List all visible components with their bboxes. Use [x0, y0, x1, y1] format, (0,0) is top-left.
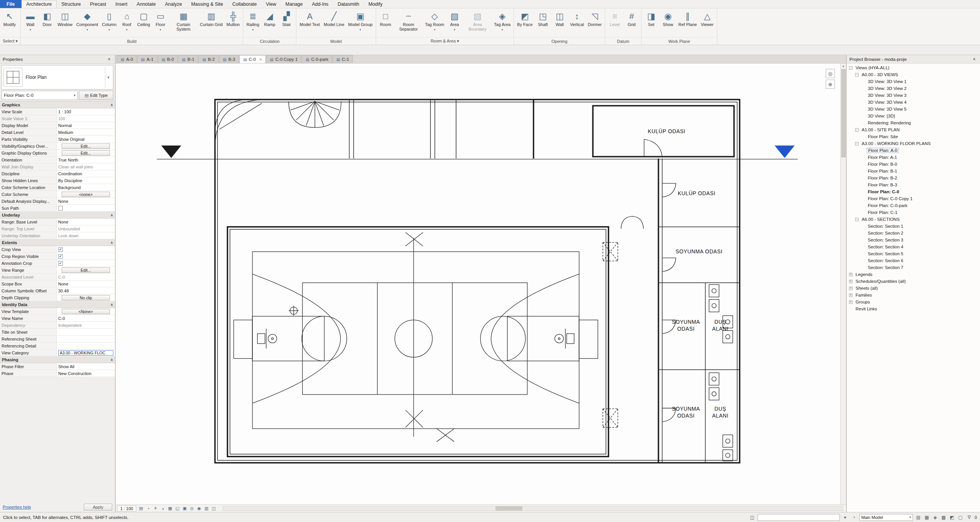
tool-door[interactable]: ◧Door — [39, 10, 55, 28]
section-marker-right[interactable] — [775, 145, 795, 158]
property-value-display-model[interactable]: Normal — [57, 122, 115, 129]
property-value-sun-path[interactable] — [57, 205, 115, 211]
tree-item-a0-00-3d-views[interactable]: -A0.00 - 3D VIEWS — [847, 71, 980, 78]
tool-model-text[interactable]: AModel Text — [298, 10, 321, 28]
crop-view-icon[interactable]: ◱ — [174, 506, 181, 512]
property-value-scale-value-1[interactable]: 100 — [57, 115, 115, 122]
expand-icon[interactable]: + — [849, 280, 852, 283]
close-icon[interactable]: × — [971, 57, 977, 62]
property-value-range-top-level[interactable]: Unbounded — [57, 225, 115, 232]
tool-column[interactable]: ▯Column▾ — [100, 10, 118, 33]
tree-item-groups[interactable]: +Groups — [847, 299, 980, 305]
property-value-discipline[interactable]: Coordination — [57, 170, 115, 177]
view-tab-c-0-copy-1[interactable]: ▤C-0 Copy 1 — [266, 55, 302, 63]
menu-tab-manage[interactable]: Manage — [281, 0, 307, 8]
property-value-range-base-level[interactable]: None — [57, 219, 115, 225]
property-value-underlay-orientation[interactable]: Look down — [57, 232, 115, 239]
apply-button[interactable]: Apply — [84, 504, 112, 511]
menu-tab-insert[interactable]: Insert — [111, 0, 132, 8]
property-value-show-hidden-lines[interactable]: By Discipline — [57, 177, 115, 184]
section-marker-left[interactable] — [161, 145, 181, 158]
property-value-color-scheme[interactable]: <none> — [57, 191, 115, 197]
tree-item-floor-plan-b-1[interactable]: Floor Plan: B-1 — [847, 168, 980, 175]
tool-curtain-grid[interactable]: ▥Curtain Grid — [198, 10, 224, 28]
panel-label-opening[interactable]: Opening — [514, 37, 605, 45]
sun-path-icon[interactable]: ☀ — [152, 506, 159, 512]
property-value-title-on-sheet[interactable] — [57, 329, 115, 335]
property-value-parts-visibility[interactable]: Show Original — [57, 136, 115, 142]
panel-label-select[interactable]: Select ▾ — [0, 37, 20, 45]
property-value-dependency[interactable]: Independent — [57, 322, 115, 328]
tree-item-floor-plan-c-1[interactable]: Floor Plan: C-1 — [847, 209, 980, 216]
toggle-imports-icon[interactable]: ▩ — [940, 514, 947, 521]
property-value-depth-clipping[interactable]: No clip — [57, 294, 115, 301]
property-value-crop-region-visible[interactable]: ✓ — [57, 253, 115, 259]
tree-item-floor-plan-c-0-copy-1[interactable]: Floor Plan: C-0 Copy 1 — [847, 195, 980, 202]
section-header-graphics[interactable]: Graphics∧ — [0, 101, 115, 108]
checkbox-annotation-crop[interactable]: ✓ — [58, 261, 63, 266]
collapse-icon[interactable]: - — [855, 128, 859, 132]
menu-tab-architecture[interactable]: Architecture — [21, 0, 57, 8]
tool-tag-area[interactable]: ◈Tag Area▾ — [492, 10, 512, 33]
tree-item-floor-plan-b-2[interactable]: Floor Plan: B-2 — [847, 175, 980, 181]
tree-item-3d-view-3d[interactable]: 3D View: {3D} — [847, 113, 980, 119]
chevron-down-icon[interactable]: ▾ — [105, 67, 111, 88]
property-button-graphic-display-options[interactable]: Edit... — [62, 150, 110, 156]
tree-item-legends[interactable]: +Legends — [847, 271, 980, 278]
view-tab-c-0[interactable]: ▤C-0× — [239, 55, 265, 63]
view-tab-b-0[interactable]: ▤B-0 — [158, 55, 178, 63]
view-tab-b-3[interactable]: ▤B-3 — [219, 55, 239, 63]
filter-icon[interactable]: ∇ — [966, 514, 973, 521]
tree-item-floor-plan-a-1[interactable]: Floor Plan: A-1 — [847, 154, 980, 161]
menu-tab-collaborate[interactable]: Collaborate — [228, 0, 262, 8]
tool-ceiling[interactable]: ▢Ceiling — [136, 10, 152, 28]
tool-stair[interactable]: ▞Stair — [278, 10, 294, 28]
tree-item-section-section-2[interactable]: Section: Section 2 — [847, 230, 980, 237]
property-value-view-template[interactable]: <None> — [57, 308, 115, 315]
tool-shaft[interactable]: ◳Shaft — [535, 10, 551, 28]
visual-style-icon[interactable]: ◔ — [145, 506, 152, 512]
tree-item-section-section-6[interactable]: Section: Section 6 — [847, 257, 980, 264]
tree-item-a3-00-working-floor-plans[interactable]: -A3.00 - WORKING FLOOR PLANS — [847, 140, 980, 147]
active-workset-field[interactable] — [757, 514, 840, 521]
tree-item-schedules-quantities-all[interactable]: +Schedules/Quantities (all) — [847, 278, 980, 285]
property-value-column-symbolic-offset[interactable]: 30.48 — [57, 287, 115, 294]
collapse-icon[interactable]: - — [855, 218, 859, 221]
panel-label-datum[interactable]: Datum — [605, 37, 641, 45]
tree-item-revit-links[interactable]: Revit Links — [847, 305, 980, 312]
tool-vertical[interactable]: ↕Vertical — [569, 10, 586, 28]
drawing-canvas[interactable]: KULÜP ODASI KULÜP ODASI SOYUNMA ODASI SO… — [116, 64, 840, 504]
tool-roof[interactable]: ⌂Roof▾ — [119, 10, 135, 33]
property-button-visibility-graphics-over[interactable]: Edit... — [62, 144, 110, 149]
tree-item-section-section-1[interactable]: Section: Section 1 — [847, 223, 980, 230]
property-value-referencing-sheet[interactable] — [57, 336, 115, 342]
tool-model-line[interactable]: ╱Model Line — [322, 10, 346, 28]
tree-item-rendering-rendering[interactable]: Rendering: Rendering — [847, 119, 980, 126]
tree-item-floor-plan-c-0-park[interactable]: Floor Plan: C-0-park — [847, 202, 980, 209]
tool-show[interactable]: ◉Show — [660, 10, 676, 28]
worksharing-icon[interactable]: ◫ — [749, 514, 756, 521]
properties-help-link[interactable]: Properties help — [3, 505, 31, 509]
view-tab-b-1[interactable]: ▤B-1 — [178, 55, 198, 63]
property-value-detail-level[interactable]: Medium — [57, 129, 115, 135]
tree-item-3d-view-3d-view-4[interactable]: 3D View: 3D View 4 — [847, 99, 980, 106]
tool-model-group[interactable]: ▣Model Group▾ — [347, 10, 374, 33]
menu-tab-view[interactable]: View — [261, 0, 281, 8]
tree-item-floor-plan-a-0[interactable]: Floor Plan: A-0 — [847, 147, 980, 154]
property-value-view-category[interactable]: A3.00 - WORKING FLOC — [57, 349, 115, 356]
property-value-graphic-display-options[interactable]: Edit... — [57, 150, 115, 156]
tool-ramp[interactable]: ◢Ramp — [262, 10, 278, 28]
detail-level-icon[interactable]: ▤ — [138, 506, 144, 512]
horizontal-scrollbar[interactable] — [223, 506, 843, 511]
tool-railing[interactable]: ≣Railing▾ — [245, 10, 261, 33]
toggle-links-icon[interactable]: ▤ — [915, 514, 922, 521]
worksharing-display-icon[interactable]: ◫ — [211, 506, 217, 512]
property-value-view-scale[interactable]: 1 : 100 — [57, 108, 115, 115]
tree-item-floor-plan-b-0[interactable]: Floor Plan: B-0 — [847, 161, 980, 168]
menu-tab-modify[interactable]: Modify — [364, 0, 387, 8]
main-model-select[interactable]: Main Model ▾ — [859, 514, 913, 521]
property-value-phase-filter[interactable]: Show All — [57, 363, 115, 370]
vertical-scrollbar[interactable]: ▲ — [840, 64, 846, 504]
panel-label-model[interactable]: Model — [296, 37, 375, 45]
panel-label-room-area[interactable]: Room & Area ▾ — [376, 37, 514, 45]
